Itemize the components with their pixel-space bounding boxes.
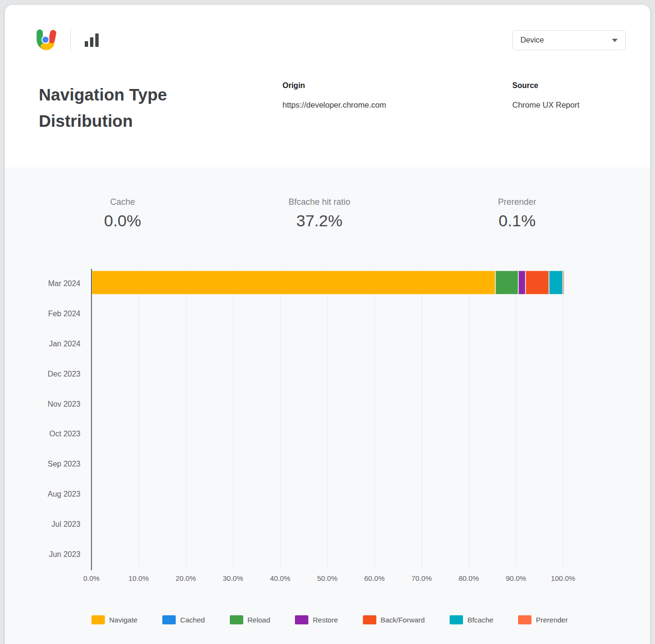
gridline (280, 269, 281, 567)
y-axis-line (91, 269, 92, 570)
y-axis-label: Sep 2023 (33, 449, 80, 479)
legend-item-restore: Restore (295, 615, 338, 624)
origin-value: https://developer.chrome.com (282, 100, 386, 110)
chevron-down-icon (612, 39, 618, 42)
chart-legend: NavigateCachedReloadRestoreBack/ForwardB… (91, 615, 568, 624)
stat-label: Cache (104, 197, 141, 207)
legend-item-bfcache: Bfcache (450, 615, 493, 624)
x-axis-label: 10.0% (128, 574, 149, 582)
source-value: Chrome UX Report (512, 100, 579, 110)
gridline (139, 269, 139, 567)
x-axis-label: 40.0% (270, 574, 291, 582)
legend-swatch-icon (363, 615, 376, 624)
legend-label: Bfcache (467, 616, 493, 624)
legend-swatch-icon (162, 615, 176, 624)
legend-swatch-icon (91, 615, 105, 624)
divider (70, 29, 71, 51)
x-axis-label: 100.0% (551, 574, 576, 582)
stat-value: 0.1% (498, 211, 536, 230)
legend-item-navigate: Navigate (91, 615, 137, 624)
stacked-bar-mar-2024 (92, 271, 564, 294)
x-axis-label: 20.0% (176, 574, 196, 582)
dashboard-card: Device Navigation Type Distribution Orig… (5, 5, 650, 644)
source-block: Source Chrome UX Report (512, 81, 579, 110)
legend-swatch-icon (230, 615, 243, 624)
legend-item-prerender: Prerender (518, 615, 568, 624)
stat-label: Bfcache hit ratio (288, 197, 350, 207)
legend-label: Reload (248, 616, 271, 624)
stat-value: 37.2% (288, 211, 350, 230)
y-axis-label: Jun 2023 (33, 539, 80, 569)
y-axis-label: Dec 2023 (33, 359, 80, 389)
gridline (233, 269, 234, 567)
y-axis-label: Oct 2023 (33, 419, 80, 449)
stat-value: 0.0% (104, 211, 141, 230)
x-axis-label: 60.0% (364, 574, 385, 582)
legend-item-back-forward: Back/Forward (363, 615, 425, 624)
bar-segment-navigate[interactable] (92, 271, 495, 294)
y-axis-label: Jul 2023 (33, 509, 80, 539)
page-title: Navigation Type Distribution (39, 81, 211, 134)
device-dropdown-label: Device (520, 36, 544, 44)
legend-swatch-icon (450, 615, 463, 624)
x-axis-label: 50.0% (317, 574, 338, 582)
device-dropdown[interactable]: Device (512, 30, 626, 50)
y-axis-label: Aug 2023 (33, 479, 80, 510)
bar-segment-reload[interactable] (496, 271, 518, 294)
legend-label: Prerender (536, 616, 568, 624)
gridline (186, 269, 186, 567)
legend-item-cached: Cached (162, 615, 205, 624)
gridline (563, 269, 564, 567)
y-axis-label: Mar 2024 (33, 269, 80, 299)
gridline (422, 269, 422, 567)
legend-label: Back/Forward (381, 616, 425, 624)
stat-prerender: Prerender 0.1% (498, 197, 536, 230)
chart-section: Cache 0.0% Bfcache hit ratio 37.2% Prere… (5, 167, 650, 644)
chart-plot: 0.0%10.0%20.0%30.0%40.0%50.0%60.0%70.0%8… (91, 269, 563, 569)
origin-block: Origin https://developer.chrome.com (282, 81, 386, 110)
bar-segment-bfcache[interactable] (549, 271, 563, 294)
gridline (328, 269, 328, 567)
bar-segment-prerender[interactable] (563, 271, 564, 294)
bar-segment-back-forward[interactable] (526, 271, 549, 294)
stat-bfcache-hit-ratio: Bfcache hit ratio 37.2% (288, 197, 350, 230)
legend-label: Cached (180, 616, 205, 624)
y-axis-label: Jan 2024 (33, 329, 80, 359)
legend-label: Restore (313, 616, 338, 624)
gridline (469, 269, 469, 567)
x-axis-label: 0.0% (83, 574, 100, 582)
legend-swatch-icon (518, 615, 531, 624)
crux-logo-icon[interactable] (34, 29, 58, 52)
bar-segment-restore[interactable] (519, 271, 525, 294)
source-label: Source (512, 81, 579, 90)
x-axis-label: 80.0% (459, 574, 479, 582)
stat-label: Prerender (498, 197, 536, 207)
stat-cache: Cache 0.0% (104, 197, 141, 230)
top-bar: Device (34, 29, 626, 52)
x-axis-label: 70.0% (411, 574, 432, 582)
bar-chart-icon (85, 33, 99, 47)
y-axis-label: Feb 2024 (33, 299, 80, 329)
legend-swatch-icon (295, 615, 308, 624)
legend-item-reload: Reload (230, 615, 271, 624)
legend-label: Navigate (109, 616, 137, 624)
gridline (374, 269, 375, 567)
x-axis-label: 90.0% (506, 574, 526, 582)
x-axis-label: 30.0% (223, 574, 243, 582)
y-axis-label: Nov 2023 (33, 389, 80, 419)
origin-label: Origin (282, 81, 386, 90)
gridline (516, 269, 517, 567)
